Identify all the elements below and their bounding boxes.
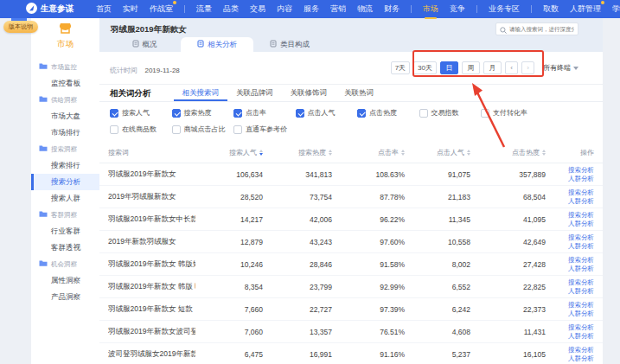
tab-category-composition[interactable]: 类目构成: [253, 37, 326, 52]
sidebar-group-label: 市场监控: [51, 63, 77, 72]
checkbox-icon: [419, 109, 428, 118]
checkbox-click-heat[interactable]: 点击热度: [357, 108, 419, 118]
col-header-click-heat[interactable]: 点击热度: [470, 148, 546, 157]
folder-icon: [39, 210, 48, 220]
nav-item-market[interactable]: 市场: [423, 3, 438, 15]
sidebar-item-market-overview[interactable]: 市场大盘: [31, 108, 99, 125]
prev-date-button[interactable]: ‹: [505, 61, 518, 74]
checkbox-icon: [481, 109, 489, 118]
sidebar-item-product-insight[interactable]: 产品洞察: [31, 289, 99, 305]
range-day-button[interactable]: 日: [440, 61, 458, 74]
range-30d-button[interactable]: 30天: [413, 61, 437, 74]
search-input[interactable]: [509, 26, 574, 32]
checkbox-label: 搜索人气: [122, 108, 150, 118]
cell-search-word[interactable]: 羽绒服2019年新款女: [108, 169, 195, 180]
sidebar-item-attribute-insight[interactable]: 属性洞察: [31, 272, 99, 289]
cell-search-word[interactable]: 羽绒服2019年新款女 韩版 时尚: [108, 282, 195, 292]
cell-click-popularity: 6,242: [405, 305, 470, 314]
col-header-search-popularity[interactable]: 搜索人气: [195, 148, 263, 157]
nav-item-realtime[interactable]: 实时: [123, 3, 138, 15]
crowd-analysis-link[interactable]: 人群分析: [568, 354, 594, 363]
col-header-search-heat[interactable]: 搜索热度: [263, 148, 332, 157]
range-month-button[interactable]: 月: [483, 61, 502, 74]
checkbox-search-popularity[interactable]: 搜索人气: [110, 108, 172, 118]
tab-related-modifier-words[interactable]: 关联修饰词: [282, 86, 336, 101]
col-header-search-word[interactable]: 搜索词: [108, 148, 195, 157]
nav-item-data-fetch[interactable]: 取数: [543, 3, 559, 15]
checkbox-payment-conversion[interactable]: 支付转化率: [481, 108, 543, 118]
search-analysis-link[interactable]: 搜索分析: [568, 211, 594, 220]
search-analysis-link[interactable]: 搜索分析: [568, 346, 594, 354]
checkbox-ztc-reference-price[interactable]: 直通车参考价: [233, 125, 296, 134]
checkbox-mall-click-share[interactable]: 商城点击占比: [172, 125, 234, 134]
sidebar-item-search-analysis[interactable]: 搜索分析: [31, 174, 99, 190]
sidebar-item-search-rank[interactable]: 搜索排行: [31, 157, 99, 174]
search-analysis-link[interactable]: 搜索分析: [568, 278, 594, 287]
range-7d-button[interactable]: 7天: [391, 61, 410, 74]
tab-related-analysis[interactable]: 相关分析: [181, 37, 253, 52]
sidebar-item-industry-customer[interactable]: 行业客群: [31, 223, 99, 239]
cell-search-word[interactable]: 2019年新款羽绒服女: [108, 237, 195, 247]
checkbox-click-rate[interactable]: 点击率: [233, 108, 296, 118]
nav-item-home[interactable]: 首页: [96, 3, 112, 15]
search-analysis-link[interactable]: 搜索分析: [568, 188, 594, 197]
tab-related-search-words[interactable]: 相关搜索词: [174, 86, 228, 101]
cell-click-rate: 91.58%: [332, 260, 405, 269]
next-date-button[interactable]: ›: [521, 61, 534, 74]
nav-item-content[interactable]: 内容: [277, 3, 292, 15]
search-analysis-link[interactable]: 搜索分析: [568, 301, 594, 310]
cell-search-word[interactable]: 羽绒服2019年新款女中长款: [108, 214, 195, 225]
crowd-analysis-link[interactable]: 人群分析: [568, 175, 594, 183]
nav-item-academy[interactable]: 学院: [612, 3, 620, 15]
checkbox-search-heat[interactable]: 搜索热度: [172, 108, 234, 118]
sidebar-item-monitor-board[interactable]: 监控看板: [31, 75, 99, 92]
crowd-analysis-link[interactable]: 人群分析: [568, 287, 594, 296]
checkbox-trade-index[interactable]: 交易指数: [419, 108, 482, 118]
terminal-filter-dropdown[interactable]: 所有终端: [543, 63, 578, 73]
nav-item-competition[interactable]: 竞争: [450, 3, 465, 15]
search-analysis-link[interactable]: 搜索分析: [568, 166, 594, 175]
sidebar-item-customer-perspective[interactable]: 客群透视: [31, 239, 99, 256]
tab-overview[interactable]: 概况: [108, 37, 181, 52]
cell-search-word[interactable]: 羽绒服2019年新款女波司登: [108, 327, 195, 337]
tab-related-hot-words[interactable]: 关联热词: [336, 86, 382, 101]
tab-label: 类目构成: [280, 40, 310, 50]
search-analysis-link[interactable]: 搜索分析: [568, 256, 594, 265]
nav-item-category[interactable]: 品类: [223, 3, 239, 15]
checkbox-click-popularity[interactable]: 点击人气: [296, 108, 358, 118]
sidebar-item-search-crowd[interactable]: 搜索人群: [31, 190, 99, 207]
cell-search-word[interactable]: 2019年羽绒服新款女: [108, 192, 195, 202]
nav-item-business-zone[interactable]: 业务专区: [489, 3, 520, 15]
nav-item-crowd-management[interactable]: 人群管理: [570, 3, 601, 15]
col-header-actions: 操作: [546, 148, 594, 157]
col-header-click-popularity[interactable]: 点击人气: [405, 148, 470, 157]
crowd-analysis-link[interactable]: 人群分析: [568, 265, 594, 273]
nav-item-traffic[interactable]: 流量: [196, 3, 212, 15]
nav-item-war-room[interactable]: 作战室: [150, 3, 173, 15]
app-logo[interactable]: 生意参谋: [26, 3, 74, 16]
search-analysis-link[interactable]: 搜索分析: [568, 233, 594, 242]
crowd-analysis-link[interactable]: 人群分析: [568, 242, 594, 251]
version-note-badge[interactable]: 版本说明: [3, 21, 38, 33]
cell-search-word[interactable]: 羽绒服2019年新款女 韩版短款: [108, 259, 195, 270]
crowd-analysis-link[interactable]: 人群分析: [568, 332, 594, 341]
stat-time-value: 2019-11-28: [144, 67, 179, 74]
crowd-analysis-link[interactable]: 人群分析: [568, 197, 594, 206]
crowd-analysis-link[interactable]: 人群分析: [568, 310, 594, 318]
col-header-click-rate[interactable]: 点击率: [332, 148, 405, 157]
tab-related-brand-words[interactable]: 关联品牌词: [227, 86, 282, 101]
nav-item-marketing[interactable]: 营销: [330, 3, 346, 15]
crowd-analysis-link[interactable]: 人群分析: [568, 220, 594, 228]
nav-item-finance[interactable]: 财务: [384, 3, 399, 15]
checkbox-online-products[interactable]: 在线商品数: [110, 125, 172, 134]
range-week-button[interactable]: 周: [462, 61, 480, 74]
cell-search-popularity: 8,354: [195, 283, 263, 291]
cell-click-popularity: 4,608: [405, 328, 470, 336]
sidebar-item-market-rank[interactable]: 市场排行: [31, 125, 99, 141]
nav-item-service[interactable]: 服务: [304, 3, 319, 15]
cell-search-word[interactable]: 波司登羽绒服女2019年新款: [108, 349, 195, 360]
search-analysis-link[interactable]: 搜索分析: [568, 323, 594, 332]
cell-search-word[interactable]: 羽绒服2019年新款女 短款: [108, 304, 195, 315]
nav-item-trade[interactable]: 交易: [250, 3, 265, 15]
nav-item-logistics[interactable]: 物流: [357, 3, 373, 15]
